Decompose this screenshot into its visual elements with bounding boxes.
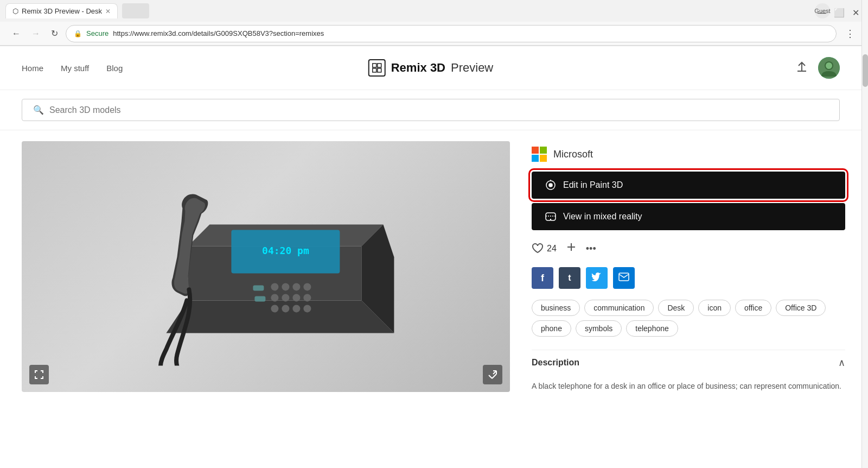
tag-phone[interactable]: phone [532, 320, 571, 337]
address-text: https://www.remix3d.com/details/G009SXQB… [113, 29, 324, 37]
nav-my-stuff[interactable]: My stuff [61, 64, 89, 73]
logo-sub-text: Preview [451, 61, 493, 75]
description-text: A black telephone for a desk in an offic… [532, 381, 845, 392]
svg-rect-24 [254, 296, 265, 301]
scrollbar-thumb[interactable] [863, 54, 868, 87]
tumblr-icon: t [568, 273, 571, 283]
svg-point-16 [282, 294, 289, 301]
browser-tab[interactable]: ⬡ Remix 3D Preview - Desk ✕ [5, 3, 118, 18]
tag-business[interactable]: business [532, 300, 580, 316]
view-mixed-reality-button[interactable]: View in mixed reality [532, 203, 845, 230]
3d-viewer: 04:20 pm [22, 141, 510, 392]
more-options-button[interactable]: ••• [586, 243, 596, 255]
tags-row: businesscommunicationDeskiconofficeOffic… [532, 300, 845, 337]
ms-logo-blue [532, 155, 539, 162]
view-mr-label: View in mixed reality [563, 212, 642, 222]
search-input[interactable] [49, 105, 828, 115]
new-tab-button[interactable] [122, 3, 149, 18]
secure-icon: 🔒 [74, 30, 82, 37]
facebook-share-button[interactable]: f [532, 267, 553, 289]
browser-menu-button[interactable]: ⋮ [841, 26, 859, 42]
nav-blog[interactable]: Blog [106, 64, 123, 73]
svg-rect-23 [253, 285, 264, 290]
scrollbar[interactable] [861, 0, 868, 468]
svg-point-12 [282, 283, 289, 290]
right-panel: Microsoft Edit in Paint 3D [510, 141, 861, 392]
svg-point-18 [303, 294, 311, 301]
upload-icon[interactable] [794, 59, 809, 77]
logo-brand-text: Remix 3D [391, 61, 445, 75]
like-count: 24 [547, 244, 557, 254]
facebook-icon: f [541, 273, 544, 284]
tab-close-button[interactable]: ✕ [105, 8, 111, 15]
svg-point-11 [271, 283, 278, 290]
main-content: 04:20 pm [0, 130, 861, 414]
svg-point-15 [271, 294, 278, 301]
svg-point-14 [303, 283, 311, 290]
svg-point-8 [826, 62, 832, 69]
svg-rect-2 [373, 68, 376, 72]
nav-home[interactable]: Home [22, 64, 43, 73]
tag-office[interactable]: office [735, 300, 771, 316]
tag-telephone[interactable]: telephone [626, 320, 678, 337]
ms-logo-green [540, 147, 547, 154]
user-avatar[interactable] [818, 57, 840, 79]
ms-logo-red [532, 147, 539, 154]
tab-favicon: ⬡ [12, 7, 18, 15]
top-navigation: Home My stuff Blog Remix 3D Preview [0, 46, 861, 90]
tag-icon[interactable]: icon [698, 300, 731, 316]
tag-communication[interactable]: communication [584, 300, 654, 316]
back-button[interactable]: ← [9, 27, 24, 41]
top-right-controls [794, 57, 840, 79]
svg-rect-1 [378, 64, 381, 67]
secure-label: Secure [86, 29, 108, 37]
reload-button[interactable]: ↻ [48, 26, 61, 41]
forward-button[interactable]: → [28, 27, 43, 41]
svg-rect-3 [378, 68, 381, 72]
svg-point-21 [292, 305, 300, 312]
maximize-button[interactable]: ⬜ [831, 5, 848, 20]
tag-desk[interactable]: Desk [658, 300, 694, 316]
microsoft-logo [532, 147, 547, 162]
svg-point-20 [282, 305, 289, 312]
tag-symbols[interactable]: symbols [576, 320, 622, 337]
like-button[interactable]: 24 [532, 243, 557, 254]
add-button[interactable] [565, 241, 577, 256]
publisher-name: Microsoft [553, 149, 593, 160]
edit-button-label: Edit in Paint 3D [563, 180, 623, 190]
email-icon [618, 273, 629, 283]
search-container: 🔍 [0, 90, 861, 130]
tab-title: Remix 3D Preview - Desk [22, 7, 102, 15]
tag-office-3d[interactable]: Office 3D [776, 300, 826, 316]
svg-point-13 [292, 283, 300, 290]
svg-text:04:20 pm: 04:20 pm [262, 245, 309, 256]
minimize-button[interactable]: — [814, 5, 829, 20]
description-collapse-button[interactable]: ∧ [838, 357, 845, 369]
fullscreen-toggle-button[interactable] [29, 365, 49, 384]
edit-in-paint3d-button[interactable]: Edit in Paint 3D [532, 172, 845, 199]
twitter-icon [592, 273, 602, 283]
search-bar: 🔍 [22, 99, 840, 121]
svg-point-22 [303, 305, 311, 312]
actions-row: 24 ••• [532, 241, 845, 256]
twitter-share-button[interactable] [586, 267, 608, 289]
expand-view-button[interactable] [483, 365, 502, 384]
svg-point-17 [292, 294, 300, 301]
description-title: Description [532, 358, 579, 368]
page-content: Home My stuff Blog Remix 3D Preview [0, 46, 868, 414]
close-window-button[interactable]: ✕ [849, 5, 863, 20]
site-logo: Remix 3D Preview [368, 59, 494, 77]
svg-point-26 [549, 184, 552, 187]
address-bar[interactable]: 🔒 Secure https://www.remix3d.com/details… [66, 25, 837, 42]
ms-logo-yellow [540, 155, 547, 162]
email-share-button[interactable] [613, 267, 635, 289]
svg-rect-30 [619, 273, 629, 281]
nav-links: Home My stuff Blog [22, 64, 123, 73]
description-section: Description ∧ [532, 350, 845, 375]
tumblr-share-button[interactable]: t [559, 267, 580, 289]
svg-rect-0 [373, 64, 376, 67]
publisher-row: Microsoft [532, 141, 845, 162]
social-share-row: f t [532, 267, 845, 289]
logo-icon [368, 59, 386, 77]
search-icon: 🔍 [33, 105, 44, 115]
